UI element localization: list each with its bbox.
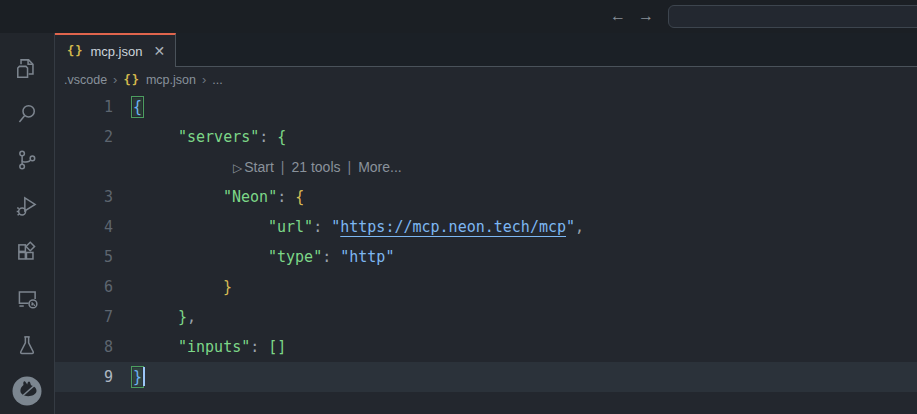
json-file-icon: {} — [123, 73, 139, 87]
breadcrumb-item-mcp-json[interactable]: mcp.json — [146, 73, 196, 87]
code-line[interactable]: 5"type": "http" — [55, 242, 917, 272]
text-cursor — [143, 367, 145, 386]
code-token: , — [575, 218, 584, 236]
breadcrumb-item-symbol[interactable]: ... — [212, 73, 222, 87]
code-token: : — [313, 218, 331, 236]
code-line[interactable]: 9} — [55, 362, 917, 392]
nav-back-button[interactable]: ← — [606, 4, 630, 28]
rabbit-icon[interactable] — [3, 368, 51, 414]
line-number: 1 — [55, 92, 113, 122]
extensions-icon[interactable] — [3, 230, 51, 276]
code-token: : — [250, 338, 268, 356]
play-icon: ▷ — [233, 161, 242, 175]
remote-explorer-icon[interactable] — [3, 276, 51, 322]
code-content: "url": "https://mcp.neon.tech/mcp", — [113, 212, 584, 242]
nav-forward-button[interactable]: → — [634, 4, 658, 28]
chevron-right-icon: › — [202, 72, 206, 87]
line-number: 5 — [55, 242, 113, 272]
line-number: 9 — [55, 362, 113, 392]
code-line[interactable]: 4"url": "https://mcp.neon.tech/mcp", — [55, 212, 917, 242]
breadcrumb: .vscode › {} mcp.json › ... — [55, 67, 917, 92]
code-lines: 1{2"servers": {▷Start|21 tools|More...3"… — [55, 92, 917, 392]
code-token: } — [178, 308, 187, 326]
code-editor[interactable]: 1{2"servers": {▷Start|21 tools|More...3"… — [55, 92, 917, 414]
code-line[interactable]: 6} — [55, 272, 917, 302]
code-token: : — [259, 128, 277, 146]
code-content: }, — [113, 302, 196, 332]
editor-group: {} mcp.json ✕ .vscode › {} mcp.json › ..… — [55, 33, 917, 414]
title-bar: ← → — [0, 0, 917, 33]
explorer-icon[interactable] — [3, 45, 51, 91]
tab-label: mcp.json — [90, 44, 142, 59]
line-number: 8 — [55, 332, 113, 362]
search-icon[interactable] — [3, 91, 51, 137]
gutter-spacer — [55, 152, 113, 182]
code-token: "type" — [268, 248, 322, 266]
code-content: { — [113, 92, 142, 122]
code-content: "type": "http" — [113, 242, 394, 272]
testing-icon[interactable] — [3, 322, 51, 368]
tab-close-icon[interactable]: ✕ — [153, 43, 165, 59]
line-number: 7 — [55, 302, 113, 332]
chevron-right-icon: › — [113, 72, 117, 87]
json-file-icon: {} — [67, 44, 83, 58]
code-content: } — [113, 272, 232, 302]
codelens-content: ▷Start|21 tools|More... — [113, 152, 402, 182]
run-debug-icon[interactable] — [3, 183, 51, 229]
codelens-link[interactable]: Start — [244, 159, 274, 175]
code-token: " — [566, 218, 575, 236]
code-line[interactable]: 1{ — [55, 92, 917, 122]
code-line[interactable]: 8"inputs": [] — [55, 332, 917, 362]
codelens-row: ▷Start|21 tools|More... — [55, 152, 917, 182]
source-control-icon[interactable] — [3, 137, 51, 183]
code-token: "url" — [268, 218, 313, 236]
code-token: , — [187, 308, 196, 326]
tab-bar-empty-space — [176, 33, 917, 67]
line-number: 6 — [55, 272, 113, 302]
code-token: } — [223, 278, 232, 296]
line-number: 2 — [55, 122, 113, 152]
codelens-separator: | — [348, 159, 352, 175]
code-token: } — [133, 368, 142, 386]
command-center-search[interactable] — [668, 5, 917, 28]
code-token: "Neon" — [223, 188, 277, 206]
codelens-link[interactable]: More... — [358, 159, 402, 175]
code-token: " — [331, 218, 340, 236]
code-token: { — [133, 98, 142, 116]
code-token: { — [277, 128, 286, 146]
code-token: "inputs" — [178, 338, 250, 356]
code-content: } — [113, 362, 145, 392]
vscode-window: ← → — [0, 0, 917, 414]
url-link[interactable]: https://mcp.neon.tech/mcp — [340, 218, 566, 236]
code-token: "servers" — [178, 128, 259, 146]
line-number: 4 — [55, 212, 113, 242]
tab-mcp-json[interactable]: {} mcp.json ✕ — [55, 33, 176, 67]
breadcrumb-item-vscode[interactable]: .vscode — [64, 73, 107, 87]
code-token: : — [322, 248, 340, 266]
activity-bar — [0, 33, 55, 414]
code-content: "servers": { — [113, 122, 286, 152]
code-content: "inputs": [] — [113, 332, 286, 362]
code-token: : — [277, 188, 295, 206]
codelens-separator: | — [281, 159, 285, 175]
code-token: "http" — [340, 248, 394, 266]
code-token: [] — [268, 338, 286, 356]
code-content: "Neon": { — [113, 182, 304, 212]
tab-bar: {} mcp.json ✕ — [55, 33, 917, 67]
codelens-link[interactable]: 21 tools — [291, 159, 340, 175]
code-line[interactable]: 2"servers": { — [55, 122, 917, 152]
code-token: { — [295, 188, 304, 206]
line-number: 3 — [55, 182, 113, 212]
code-line[interactable]: 7}, — [55, 302, 917, 332]
code-line[interactable]: 3"Neon": { — [55, 182, 917, 212]
